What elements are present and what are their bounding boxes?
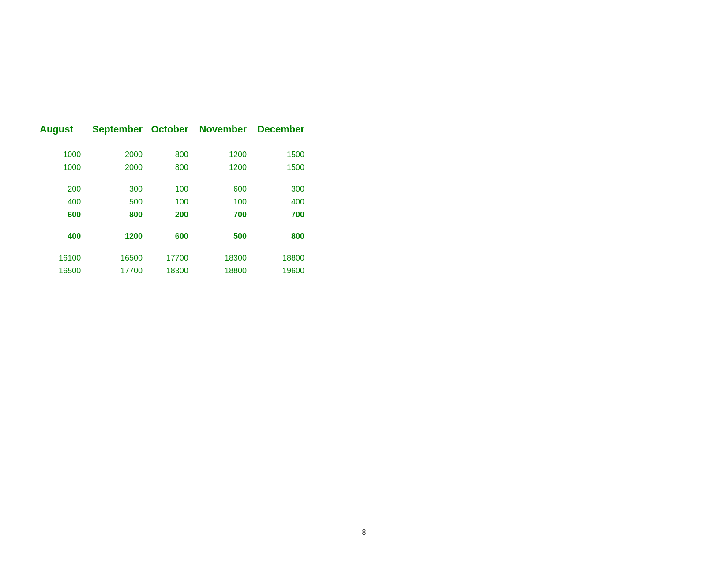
spacer-row: [40, 243, 304, 252]
table-row: 400500100100400: [40, 196, 304, 208]
table-cell: 2000: [81, 148, 143, 161]
table-cell: 1500: [247, 148, 304, 161]
table-cell: 17700: [81, 264, 143, 277]
main-content: August September October November Decemb…: [40, 124, 304, 277]
table-cell: 1000: [40, 148, 81, 161]
table-row: 1610016500177001830018800: [40, 252, 304, 264]
table-cell: 1200: [188, 161, 247, 174]
col-header-december: December: [247, 124, 304, 148]
table-cell: 19600: [247, 264, 304, 277]
table-cell: 700: [188, 208, 247, 221]
table-cell: 18800: [247, 252, 304, 264]
table-cell: 16100: [40, 252, 81, 264]
spacer-row: [40, 174, 304, 183]
table-cell: 1500: [247, 161, 304, 174]
table-cell: 800: [81, 208, 143, 221]
table-cell: 400: [40, 230, 81, 243]
table-cell: 700: [247, 208, 304, 221]
table-cell: 100: [188, 196, 247, 208]
table-cell: 200: [40, 183, 81, 196]
table-cell: 600: [143, 230, 188, 243]
table-cell: 1000: [40, 161, 81, 174]
table-cell: 300: [81, 183, 143, 196]
table-cell: 600: [188, 183, 247, 196]
table-cell: 300: [247, 183, 304, 196]
spacer-row: [40, 221, 304, 230]
col-header-october: October: [143, 124, 188, 148]
table-cell: 200: [143, 208, 188, 221]
table-cell: 400: [247, 196, 304, 208]
table-cell: 16500: [81, 252, 143, 264]
header-row: August September October November Decemb…: [40, 124, 304, 148]
table-row: 600800200700700: [40, 208, 304, 221]
table-cell: 18300: [143, 264, 188, 277]
table-row: 200300100600300: [40, 183, 304, 196]
table-cell: 800: [143, 161, 188, 174]
table-cell: 2000: [81, 161, 143, 174]
data-table: August September October November Decemb…: [40, 124, 304, 277]
table-cell: 18800: [188, 264, 247, 277]
table-row: 1000200080012001500: [40, 161, 304, 174]
table-cell: 800: [143, 148, 188, 161]
table-cell: 100: [143, 183, 188, 196]
table-cell: 400: [40, 196, 81, 208]
col-header-september: September: [81, 124, 143, 148]
table-cell: 500: [81, 196, 143, 208]
table-cell: 1200: [81, 230, 143, 243]
table-cell: 500: [188, 230, 247, 243]
page-number: 8: [362, 529, 366, 537]
table-row: 1650017700183001880019600: [40, 264, 304, 277]
table-cell: 17700: [143, 252, 188, 264]
table-row: 4001200600500800: [40, 230, 304, 243]
table-cell: 600: [40, 208, 81, 221]
table-cell: 16500: [40, 264, 81, 277]
col-header-august: August: [40, 124, 81, 148]
table-cell: 800: [247, 230, 304, 243]
table-row: 1000200080012001500: [40, 148, 304, 161]
col-header-november: November: [188, 124, 247, 148]
table-cell: 18300: [188, 252, 247, 264]
table-cell: 1200: [188, 148, 247, 161]
table-cell: 100: [143, 196, 188, 208]
